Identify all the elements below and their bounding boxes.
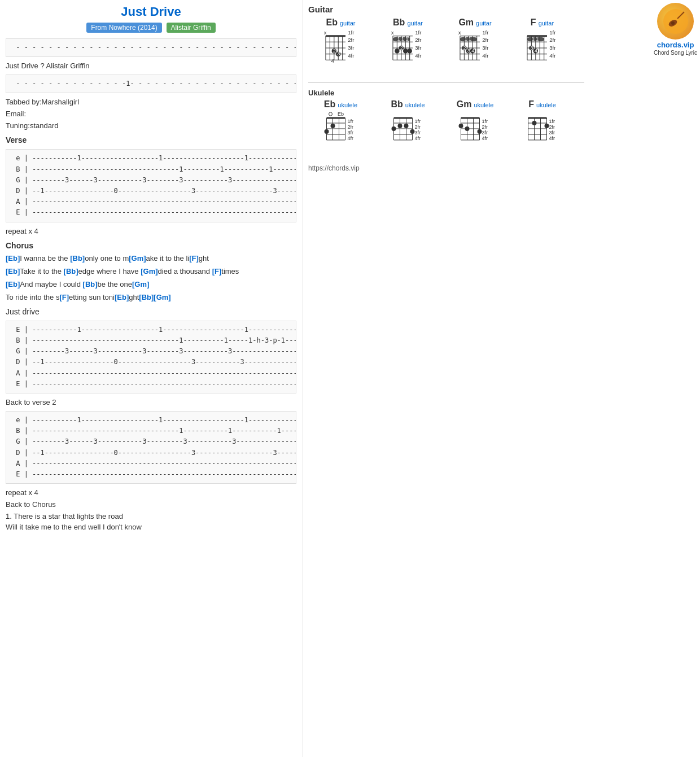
svg-text:1fr: 1fr [549, 119, 555, 124]
svg-point-2 [671, 21, 675, 25]
chord-name-eb-guitar: Eb [326, 17, 338, 28]
sidebar: chords.vip Chord Song Lyric Guitar Eb gu… [302, 0, 590, 757]
chord-type-eb-ukulele[interactable]: ukulele [338, 102, 357, 108]
chord-bb-4[interactable]: [Bb] [139, 293, 154, 301]
svg-text:4fr: 4fr [415, 135, 421, 141]
svg-text:4fr: 4fr [482, 52, 489, 59]
chord-type-gm-ukulele[interactable]: ukulele [474, 102, 493, 108]
svg-text:1: 1 [531, 36, 534, 42]
svg-point-94 [329, 112, 333, 116]
svg-text:1fr: 1fr [415, 119, 421, 124]
chord-bb-1[interactable]: [Bb] [70, 254, 85, 262]
chorus-line-1: [Eb]I wanna be the [Bb]only one to m[Gm]… [6, 252, 296, 265]
album-badge[interactable]: From Nowhere (2014) [86, 23, 161, 33]
chord-type-f-ukulele[interactable]: ukulele [536, 102, 556, 108]
outro-line2: Will it take me to the end well I don't … [6, 523, 296, 531]
svg-text:3fr: 3fr [415, 130, 421, 135]
ukulele-chord-grid: Eb ukulele Eb 1fr 2fr 3fr 4fr [308, 99, 584, 159]
svg-point-110 [325, 129, 329, 134]
chord-eb-2[interactable]: [Eb] [6, 267, 20, 275]
chord-f-1[interactable]: [F] [189, 254, 199, 262]
chord-f-3[interactable]: [F] [59, 293, 69, 301]
svg-text:1: 1 [405, 36, 408, 42]
verse-label: Verse [6, 135, 296, 145]
chord-name-eb-ukulele: Eb [324, 99, 335, 110]
svg-point-157 [532, 121, 537, 125]
chord-f-guitar: F guitar 1fr 2fr 3fr 4fr [510, 17, 575, 77]
chord-type-bb-ukulele[interactable]: ukulele [405, 102, 425, 108]
svg-text:4fr: 4fr [549, 52, 556, 59]
chord-eb-1[interactable]: [Eb] [6, 254, 20, 262]
email: Email: [6, 110, 296, 118]
guitar-chords-section: Eb guitar x 1fr 2fr 3fr 4fr [308, 17, 584, 77]
chord-bb-2[interactable]: [Bb] [64, 267, 78, 275]
svg-text:2fr: 2fr [482, 124, 488, 130]
artist-badge[interactable]: Alistair Griffin [167, 23, 216, 33]
chord-name-gm-guitar: Gm [458, 17, 474, 28]
chord-name-gm-ukulele: Gm [457, 99, 472, 110]
svg-point-124 [398, 124, 403, 128]
chorus-label: Chorus [6, 241, 296, 250]
chord-f-ukulele: F ukulele 1fr 2fr 3fr 4fr [510, 99, 575, 159]
chord-eb-ukulele: Eb ukulele Eb 1fr 2fr 3fr 4fr [308, 99, 373, 159]
svg-text:1fr: 1fr [348, 29, 355, 36]
intro-tab-box: - - - - - - - - - - - - - - - - - - - - … [6, 38, 296, 57]
svg-text:4fr: 4fr [348, 135, 354, 141]
svg-point-48 [407, 49, 412, 54]
chorus-tab: E | -----------1-------------------1----… [6, 321, 296, 393]
svg-text:4: 4 [331, 58, 335, 64]
svg-text:2fr: 2fr [415, 124, 421, 130]
just-drive: Just drive [6, 307, 296, 316]
logo-sub: Chord Song Lyric [654, 50, 697, 56]
chord-diagram-f-ukulele: 1fr 2fr 3fr 4fr [513, 111, 572, 159]
chord-type-eb-guitar[interactable]: guitar [340, 20, 356, 27]
chord-gm-3[interactable]: [Gm] [132, 280, 149, 288]
chord-eb-3[interactable]: [Eb] [6, 280, 20, 288]
guitar-chord-grid: Eb guitar x 1fr 2fr 3fr 4fr [308, 17, 584, 77]
svg-text:x: x [324, 29, 327, 36]
chord-gm-guitar: Gm guitar x 1fr 2fr 3fr 4fr [443, 17, 508, 77]
svg-text:3: 3 [467, 47, 470, 54]
svg-text:2fr: 2fr [348, 37, 355, 43]
intro-tab-box2: - - - - - - - - - - - - - -1- - - - - - … [6, 75, 296, 93]
verse2-tab: e | -----------1-------------------1----… [6, 411, 296, 484]
svg-text:3fr: 3fr [482, 45, 489, 51]
chord-gm-2[interactable]: [Gm] [141, 267, 158, 275]
svg-text:1fr: 1fr [482, 29, 489, 36]
chord-type-gm-guitar[interactable]: guitar [476, 20, 492, 27]
outro-line1: 1. There is a star that lights the road [6, 512, 296, 520]
chord-diagram-bb-guitar: x 1fr 2fr 3fr 4fr [378, 29, 438, 77]
chord-name-bb-ukulele: Bb [391, 99, 403, 110]
chord-eb-4[interactable]: [Eb] [115, 293, 129, 301]
svg-text:3fr: 3fr [482, 130, 488, 135]
chord-type-f-guitar[interactable]: guitar [539, 20, 554, 27]
chord-diagram-eb-guitar: x 1fr 2fr 3fr 4fr [311, 29, 370, 77]
svg-text:1fr: 1fr [482, 119, 488, 124]
song-title: Just Drive [6, 5, 296, 19]
chord-type-bb-guitar[interactable]: guitar [407, 20, 423, 27]
svg-point-126 [392, 126, 396, 131]
svg-text:2: 2 [463, 45, 466, 51]
svg-text:1fr: 1fr [415, 29, 422, 36]
svg-text:3fr: 3fr [549, 45, 556, 51]
svg-text:3fr: 3fr [348, 45, 355, 51]
chord-diagram-eb-ukulele: Eb 1fr 2fr 3fr 4fr [311, 111, 370, 159]
chord-f-2[interactable]: [F] [212, 267, 222, 275]
chord-gm-ukulele: Gm ukulele 1fr 2fr 3fr 4fr [443, 99, 508, 159]
svg-text:2fr: 2fr [549, 37, 556, 43]
chord-bb-3[interactable]: [Bb] [83, 280, 98, 288]
chord-eb-guitar: Eb guitar x 1fr 2fr 3fr 4fr [308, 17, 373, 77]
svg-text:2fr: 2fr [348, 124, 354, 130]
tuning: Tuning:standard [6, 121, 296, 130]
ukulele-label: Ukulele [308, 89, 584, 97]
chord-gm-1[interactable]: [Gm] [129, 254, 146, 262]
svg-text:3: 3 [337, 50, 340, 56]
chord-gm-4[interactable]: [Gm] [154, 293, 170, 301]
chord-bb-guitar: Bb guitar x 1fr 2fr 3fr 4fr [375, 17, 440, 77]
svg-text:x: x [391, 29, 394, 36]
svg-text:4fr: 4fr [482, 135, 488, 141]
svg-text:1: 1 [464, 36, 467, 42]
chorus-line-2: [Eb]Take it to the [Bb]edge where I have… [6, 265, 296, 278]
chords-url[interactable]: https://chords.vip [308, 164, 584, 172]
svg-text:1: 1 [469, 36, 471, 42]
